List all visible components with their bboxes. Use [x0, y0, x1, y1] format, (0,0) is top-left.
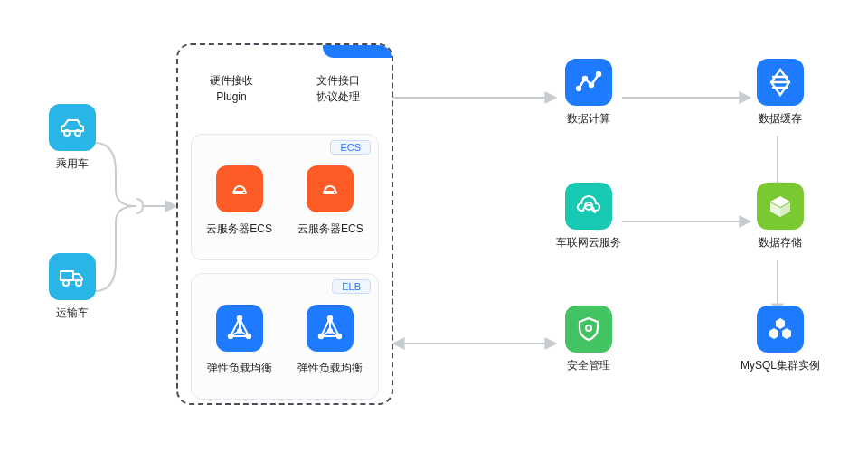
- elb-item-1: 弹性负载均衡: [196, 305, 283, 376]
- node-car-label: 乘用车: [56, 156, 89, 172]
- svg-point-30: [577, 87, 580, 90]
- svg-point-13: [242, 192, 245, 194]
- architecture-diagram: 乘用车 运输车 硬件接收 Plugin 文件接口 协议处理 ECS: [0, 0, 868, 452]
- car-icon: [49, 104, 96, 151]
- ecs-card: ECS 云服务器ECS 云服务器ECS: [191, 134, 379, 260]
- elb-icon: [216, 305, 263, 352]
- honeycomb-icon: [757, 306, 804, 353]
- elb-item-1-label: 弹性负载均衡: [207, 361, 272, 376]
- ecs-icon: [307, 165, 354, 212]
- svg-point-7: [64, 130, 70, 136]
- ecs-item-1-label: 云服务器ECS: [206, 221, 272, 237]
- elb-badge: ELB: [332, 279, 371, 294]
- svg-point-8: [75, 130, 80, 136]
- ecs-item-1: 云服务器ECS: [196, 165, 283, 237]
- node-analytics: 数据计算: [548, 59, 629, 127]
- node-shield: 安全管理: [548, 306, 629, 373]
- stream-icon: [757, 59, 804, 106]
- analytics-icon: [565, 59, 612, 106]
- node-car: 乘用车: [32, 104, 113, 172]
- svg-point-33: [597, 72, 600, 76]
- center-container: 硬件接收 Plugin 文件接口 协议处理 ECS 云服务器ECS: [176, 43, 393, 405]
- connector-lines: [0, 0, 868, 452]
- elb-item-2: 弹性负载均衡: [287, 305, 373, 376]
- center-top-labels: 硬件接收 Plugin 文件接口 协议处理: [178, 72, 392, 105]
- ecs-badge: ECS: [330, 140, 371, 155]
- svg-marker-46: [769, 328, 778, 339]
- svg-point-15: [334, 192, 336, 194]
- svg-point-11: [76, 280, 81, 286]
- cloudsearch-icon: [565, 183, 612, 230]
- node-stream-label: 数据缓存: [759, 111, 802, 127]
- elb-card: ELB 弹性负载均衡 弹性负载均衡: [191, 273, 379, 400]
- center-top1-line1: 硬件接收: [210, 74, 253, 87]
- node-stream: 数据缓存: [740, 59, 821, 127]
- center-top2-line2: 协议处理: [316, 90, 360, 103]
- svg-point-44: [587, 326, 590, 330]
- center-top2-line1: 文件接口: [316, 74, 360, 87]
- center-top1-line2: Plugin: [216, 90, 246, 103]
- node-cloudsearch-label: 车联网云服务: [556, 235, 621, 250]
- node-analytics-label: 数据计算: [567, 111, 610, 127]
- svg-marker-47: [782, 328, 791, 339]
- node-cube-label: 数据存储: [759, 235, 802, 250]
- node-honeycomb: MySQL集群实例: [740, 306, 821, 373]
- node-cloudsearch: 车联网云服务: [548, 183, 629, 250]
- ecs-icon: [216, 165, 263, 212]
- cube-icon: [757, 183, 804, 230]
- node-honeycomb-label: MySQL集群实例: [741, 358, 820, 373]
- ecs-item-2-label: 云服务器ECS: [297, 221, 363, 237]
- node-truck: 运输车: [32, 253, 113, 321]
- elb-item-2-label: 弹性负载均衡: [297, 361, 363, 376]
- elb-icon: [307, 305, 354, 352]
- node-truck-label: 运输车: [56, 306, 89, 321]
- node-shield-label: 安全管理: [567, 358, 610, 373]
- svg-point-32: [590, 83, 593, 87]
- svg-marker-45: [776, 318, 785, 329]
- shield-icon: [565, 306, 612, 353]
- svg-rect-9: [61, 271, 73, 280]
- svg-point-31: [583, 77, 587, 80]
- node-cube: 数据存储: [740, 183, 821, 250]
- center-tab-accent: [323, 43, 393, 58]
- ecs-item-2: 云服务器ECS: [287, 165, 373, 237]
- truck-icon: [49, 253, 96, 300]
- svg-point-10: [63, 280, 69, 286]
